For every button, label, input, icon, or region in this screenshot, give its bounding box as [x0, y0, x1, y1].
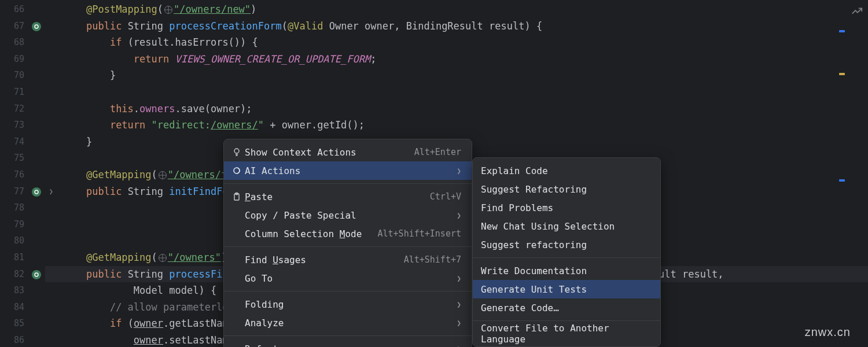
menu-item-label: Show Context Actions — [245, 147, 414, 158]
error-stripe-mark[interactable] — [839, 73, 845, 75]
menu-item-label: Explain Code — [481, 165, 650, 176]
menu-item-shortcut: Ctrl+V — [430, 191, 461, 202]
error-stripe[interactable] — [839, 0, 846, 347]
line-number: 66 — [0, 1, 45, 18]
menu-item-refactor[interactable]: Refactor❯ — [224, 339, 472, 347]
chevron-right-icon: ❯ — [457, 211, 461, 220]
menu-item-label: Paste — [245, 191, 430, 202]
svg-point-2 — [32, 270, 41, 279]
line-number: 70 — [0, 67, 45, 84]
line-number: 86 — [0, 332, 45, 347]
menu-item-label: Generate Code… — [481, 302, 650, 313]
code-line[interactable] — [45, 84, 868, 101]
line-number: 80 — [0, 232, 45, 249]
menu-separator — [224, 246, 472, 247]
bulb-icon — [232, 147, 245, 157]
paste-icon — [232, 192, 245, 201]
line-number: 75 — [0, 150, 45, 167]
menu-item-write-documentation[interactable]: Write Documentation — [473, 261, 660, 280]
menu-item-label: Column Selection Mode — [245, 228, 378, 239]
menu-item-label: Copy / Paste Special — [245, 210, 452, 221]
svg-point-3 — [234, 149, 239, 153]
line-number: 77❯ — [0, 183, 45, 200]
menu-item-shortcut: Alt+Shift+7 — [404, 254, 461, 265]
chevron-right-icon: ❯ — [457, 167, 461, 175]
menu-item-column-selection-mode[interactable]: Column Selection ModeAlt+Shift+Insert — [224, 224, 472, 243]
menu-item-copy-paste-special[interactable]: Copy / Paste Special❯ — [224, 206, 472, 224]
code-line[interactable]: return VIEWS_OWNER_CREATE_OR_UPDATE_FORM… — [45, 51, 868, 68]
menu-separator — [224, 183, 472, 184]
menu-item-label: Write Documentation — [481, 265, 650, 276]
line-number: 78 — [0, 200, 45, 216]
code-line[interactable]: public String processCreationForm(@Valid… — [45, 18, 868, 35]
menu-item-ai-actions[interactable]: AI Actions❯ — [224, 161, 472, 180]
menu-item-label: AI Actions — [245, 165, 452, 176]
line-number-gutter: 666768697071727374757677❯787980818283848… — [0, 0, 45, 347]
menu-item-shortcut: Alt+Shift+Insert — [378, 228, 462, 239]
chevron-right-icon: ❯ — [457, 345, 461, 348]
error-stripe-mark[interactable] — [839, 179, 845, 182]
menu-separator — [473, 257, 660, 258]
ai-actions-submenu: Explain CodeSuggest RefactoringFind Prob… — [472, 157, 661, 347]
error-stripe-mark[interactable] — [839, 30, 845, 32]
menu-item-label: Find Usages — [245, 254, 404, 265]
code-line[interactable]: this.owners.save(owner); — [45, 101, 868, 117]
menu-item-label: Folding — [245, 299, 452, 310]
menu-item-convert-file-to-another-language[interactable]: Convert File to Another Language — [473, 324, 660, 343]
line-number: 73 — [0, 117, 45, 134]
line-number: 84 — [0, 299, 45, 316]
line-number: 74 — [0, 134, 45, 150]
line-number: 76 — [0, 167, 45, 183]
code-line-tail: ult result, — [659, 266, 724, 283]
menu-item-find-problems[interactable]: Find Problems — [473, 198, 660, 217]
menu-item-go-to[interactable]: Go To❯ — [224, 269, 472, 287]
menu-item-find-usages[interactable]: Find UsagesAlt+Shift+7 — [224, 250, 472, 269]
menu-item-label: Suggest refactoring — [481, 239, 650, 250]
chevron-right-icon: ❯ — [457, 274, 461, 283]
code-line[interactable]: } — [45, 67, 868, 84]
context-menu: Show Context ActionsAlt+EnterAI Actions❯… — [223, 139, 472, 347]
menu-item-generate-unit-tests[interactable]: Generate Unit Tests — [473, 280, 660, 298]
line-number: 69 — [0, 51, 45, 68]
menu-item-label: New Chat Using Selection — [481, 221, 650, 232]
svg-point-1 — [32, 187, 41, 197]
menu-item-label: Analyze — [245, 318, 452, 328]
menu-item-label: Refactor — [245, 344, 452, 348]
menu-separator — [224, 335, 472, 336]
menu-item-label: Find Problems — [481, 202, 650, 213]
menu-separator — [224, 291, 472, 291]
menu-item-folding[interactable]: Folding❯ — [224, 295, 472, 313]
line-number: 71 — [0, 84, 45, 101]
line-number: 83 — [0, 282, 45, 299]
menu-item-explain-code[interactable]: Explain Code — [473, 161, 660, 180]
chevron-right-icon: ❯ — [457, 319, 461, 327]
svg-point-0 — [32, 22, 41, 31]
code-line[interactable]: if (result.hasErrors()) { — [45, 34, 868, 51]
code-line[interactable]: return "redirect:/owners/" + owner.getId… — [45, 117, 868, 134]
menu-item-generate-code[interactable]: Generate Code… — [473, 298, 660, 317]
line-number: 67 — [0, 18, 45, 35]
menu-item-label: Generate Unit Tests — [481, 284, 650, 295]
line-number: 79 — [0, 216, 45, 233]
menu-item-paste[interactable]: PasteCtrl+V — [224, 187, 472, 206]
menu-item-show-context-actions[interactable]: Show Context ActionsAlt+Enter — [224, 143, 472, 161]
menu-item-analyze[interactable]: Analyze❯ — [224, 313, 472, 332]
chevron-right-icon: ❯ — [457, 300, 461, 309]
ai-icon — [232, 166, 245, 175]
menu-item-suggest-refactoring[interactable]: Suggest Refactoring — [473, 180, 660, 198]
line-number: 85 — [0, 315, 45, 332]
menu-item-label: Go To — [245, 273, 452, 284]
line-number: 72 — [0, 101, 45, 117]
menu-item-new-chat-using-selection[interactable]: New Chat Using Selection — [473, 217, 660, 235]
code-line[interactable]: @PostMapping("/owners/new") — [45, 1, 868, 18]
ai-gutter-icon[interactable] — [31, 269, 42, 279]
ai-gutter-icon[interactable] — [31, 186, 42, 197]
menu-item-suggest-refactoring[interactable]: Suggest refactoring — [473, 235, 660, 254]
menu-item-label: Suggest Refactoring — [481, 184, 650, 195]
menu-item-shortcut: Alt+Enter — [414, 147, 461, 157]
ai-gutter-icon[interactable] — [31, 21, 42, 31]
line-number: 82 — [0, 266, 45, 283]
inspections-icon[interactable] — [851, 5, 863, 20]
menu-separator — [473, 320, 660, 321]
line-number: 68 — [0, 34, 45, 51]
